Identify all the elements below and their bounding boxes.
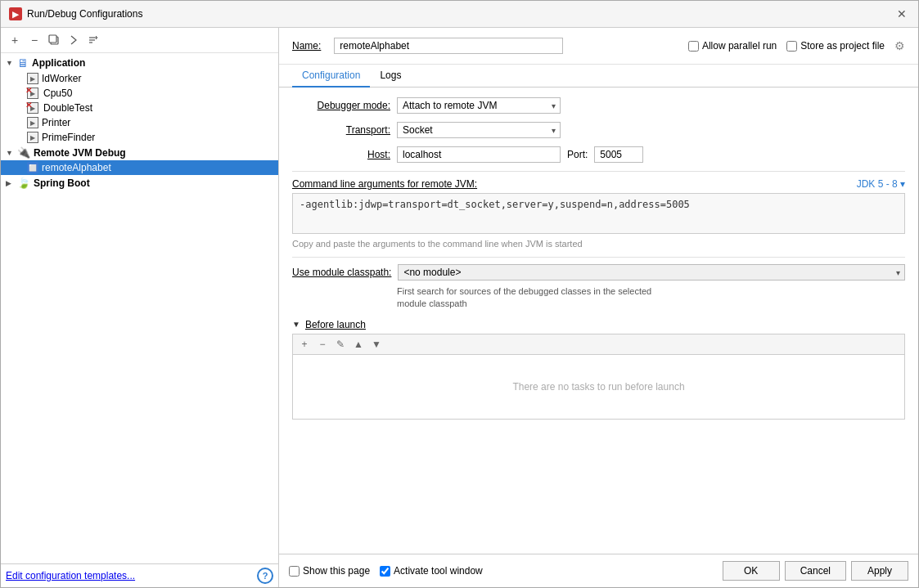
debugger-mode-row: Debugger mode: Attach to remote JVM <box>292 97 905 114</box>
module-classpath-select-wrapper: <no module> <box>398 264 905 281</box>
move-config-button[interactable] <box>65 31 83 49</box>
before-launch-area: There are no tasks to run before launch <box>292 354 905 420</box>
spring-boot-group-icon: 🍃 <box>17 177 30 189</box>
close-button[interactable]: ✕ <box>894 6 910 22</box>
before-launch-edit-button[interactable]: ✎ <box>332 336 349 352</box>
primefinder-label: PrimeFinder <box>42 132 95 143</box>
before-launch-add-button[interactable]: + <box>296 336 313 352</box>
application-group: ▼ 🖥 Application ▶ IdWorker <box>1 55 278 145</box>
transport-select-wrapper: Socket <box>397 122 561 138</box>
before-launch-remove-button[interactable]: − <box>314 336 331 352</box>
store-as-project-label: Store as project file <box>800 40 885 52</box>
transport-label: Transport: <box>292 124 390 136</box>
before-launch-up-button[interactable]: ▲ <box>350 336 367 352</box>
divider2 <box>292 257 905 258</box>
tab-logs[interactable]: Logs <box>370 65 411 88</box>
bottom-checkboxes: Show this page Activate tool window <box>289 565 716 577</box>
before-launch-header: ▼ Before launch <box>292 319 905 330</box>
activate-tool-item: Activate tool window <box>380 565 483 577</box>
tree-item-doubletest[interactable]: ▶ ✕ DoubleTest <box>1 101 278 115</box>
debugger-mode-label: Debugger mode: <box>292 100 390 111</box>
show-page-label: Show this page <box>303 565 370 577</box>
port-input[interactable] <box>594 146 643 163</box>
before-launch-section: ▼ Before launch + − ✎ ▲ ▼ There are no t… <box>292 319 905 420</box>
left-panel: + − <box>1 28 279 587</box>
port-label: Port: <box>567 149 588 160</box>
config-tree: ▼ 🖥 Application ▶ IdWorker <box>1 53 278 563</box>
spring-boot-group-header[interactable]: ▶ 🍃 Spring Boot <box>1 175 278 191</box>
application-group-label: Application <box>32 57 85 69</box>
sort-config-button[interactable] <box>84 31 102 49</box>
host-port-row: Host: Port: <box>292 146 905 163</box>
remotealphabet-icon: ⬜ <box>27 162 38 173</box>
host-input[interactable] <box>397 146 561 163</box>
add-config-button[interactable]: + <box>6 31 24 49</box>
tree-toolbar: + − <box>1 28 278 53</box>
dialog-icon: ▶ <box>9 7 22 20</box>
idworker-icon: ▶ <box>27 73 38 84</box>
spring-boot-group-label: Spring Boot <box>34 177 90 189</box>
before-launch-down-button[interactable]: ▼ <box>368 336 385 352</box>
run-debug-dialog: ▶ Run/Debug Configurations ✕ + − <box>0 0 919 588</box>
jdk-version-link[interactable]: JDK 5 - 8 ▾ <box>857 178 905 190</box>
doubletest-icon: ▶ ✕ <box>27 102 38 114</box>
tree-item-printer[interactable]: ▶ Printer <box>1 115 278 130</box>
debugger-mode-select-wrapper: Attach to remote JVM <box>397 97 561 114</box>
dialog-title: Run/Debug Configurations <box>27 8 142 20</box>
config-area: Debugger mode: Attach to remote JVM Tran… <box>279 88 918 554</box>
copy-config-button[interactable] <box>45 31 63 49</box>
bottom-buttons: OK Cancel Apply <box>723 561 908 581</box>
checkboxes-area: Allow parallel run Store as project file… <box>688 39 905 52</box>
module-classpath-row: Use module classpath: <no module> <box>292 264 905 281</box>
host-label: Host: <box>292 149 390 160</box>
jvm-args-box: -agentlib:jdwp=transport=dt_socket,serve… <box>292 193 905 234</box>
remote-jvm-group-header[interactable]: ▼ 🔌 Remote JVM Debug <box>1 145 278 160</box>
help-icon[interactable]: ? <box>257 568 273 584</box>
jvm-args-header: Command line arguments for remote JVM: J… <box>292 178 905 190</box>
before-launch-empty-text: There are no tasks to run before launch <box>512 381 684 393</box>
tab-configuration[interactable]: Configuration <box>292 65 370 88</box>
store-as-project-checkbox-item: Store as project file <box>786 40 885 52</box>
jvm-args-value: -agentlib:jdwp=transport=dt_socket,serve… <box>300 199 690 210</box>
cpu50-icon: ▶ ✕ <box>27 88 38 99</box>
jvm-hint: Copy and paste the arguments to the comm… <box>292 239 905 249</box>
before-launch-label: Before launch <box>305 319 366 330</box>
main-content: + − <box>1 28 918 587</box>
edit-templates-link[interactable]: Edit configuration templates... <box>6 570 135 581</box>
activate-tool-label: Activate tool window <box>394 565 483 577</box>
activate-tool-checkbox[interactable] <box>380 566 390 577</box>
primefinder-icon: ▶ <box>27 132 38 143</box>
module-classpath-select[interactable]: <no module> <box>398 264 905 281</box>
transport-select[interactable]: Socket <box>397 122 561 138</box>
apply-button[interactable]: Apply <box>851 561 908 581</box>
allow-parallel-checkbox[interactable] <box>688 41 699 52</box>
store-as-project-checkbox[interactable] <box>786 41 797 52</box>
right-header: Name: Allow parallel run Store as projec… <box>279 28 918 65</box>
remove-config-button[interactable]: − <box>25 31 43 49</box>
application-group-header[interactable]: ▼ 🖥 Application <box>1 55 278 71</box>
debugger-mode-select[interactable]: Attach to remote JVM <box>397 97 561 114</box>
spring-boot-group: ▶ 🍃 Spring Boot <box>1 175 278 191</box>
title-bar: ▶ Run/Debug Configurations ✕ <box>1 1 918 28</box>
name-input[interactable] <box>334 38 563 54</box>
bottom-bar: Show this page Activate tool window OK C… <box>279 554 918 587</box>
settings-gear-icon[interactable]: ⚙ <box>894 39 905 52</box>
tree-item-primefinder[interactable]: ▶ PrimeFinder <box>1 130 278 145</box>
before-launch-toolbar: + − ✎ ▲ ▼ <box>292 334 905 354</box>
name-label: Name: <box>292 40 321 52</box>
title-bar-left: ▶ Run/Debug Configurations <box>9 7 142 20</box>
before-launch-collapse-arrow[interactable]: ▼ <box>292 320 300 329</box>
remote-jvm-group-label: Remote JVM Debug <box>34 147 126 159</box>
cpu50-label: Cpu50 <box>43 88 72 99</box>
cancel-button[interactable]: Cancel <box>785 561 846 581</box>
tree-item-idworker[interactable]: ▶ IdWorker <box>1 71 278 86</box>
spring-boot-chevron: ▶ <box>6 179 14 187</box>
ok-button[interactable]: OK <box>723 561 780 581</box>
tree-item-remotealphabet[interactable]: ⬜ remoteAlphabet <box>1 160 278 175</box>
tree-item-cpu50[interactable]: ▶ ✕ Cpu50 <box>1 86 278 101</box>
show-page-checkbox[interactable] <box>289 566 300 577</box>
divider1 <box>292 171 905 172</box>
jvm-args-label: Command line arguments for remote JVM: <box>292 178 477 190</box>
remote-jvm-chevron: ▼ <box>6 149 14 157</box>
tabs-bar: Configuration Logs <box>279 65 918 88</box>
